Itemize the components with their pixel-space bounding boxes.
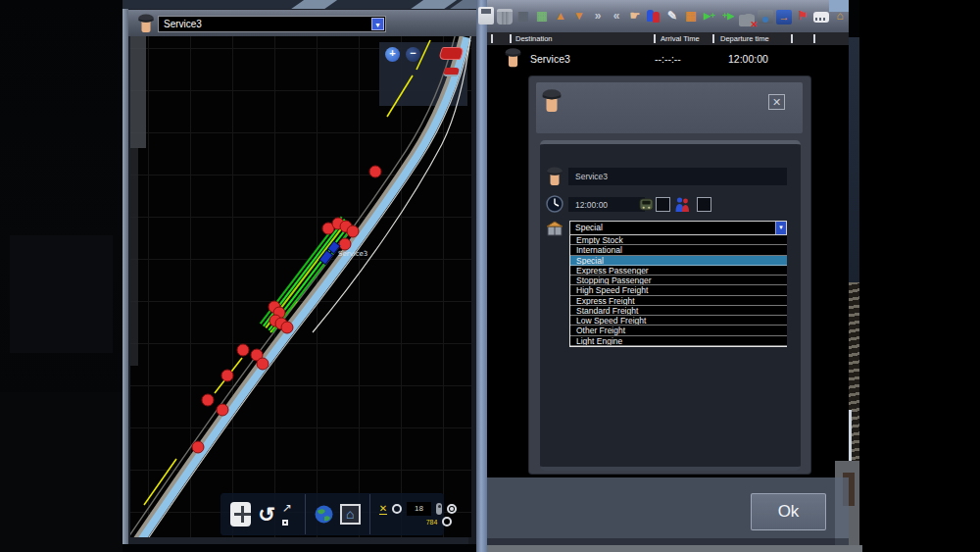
stop-marker[interactable] — [192, 441, 204, 453]
service-name-value: Service3 — [575, 172, 608, 181]
dropdown-arrow-icon[interactable]: ▼ — [775, 222, 786, 234]
stop-marker[interactable] — [369, 166, 381, 177]
stop-marker[interactable] — [347, 226, 359, 237]
row-destination: Service3 — [530, 53, 570, 65]
grid-green-icon[interactable]: ▦ — [534, 7, 550, 25]
column-destination: Destination — [515, 34, 553, 43]
map-toolbar: ↺ ↗ ⌂ ✕ 18 784 — [220, 493, 444, 535]
column-divider — [791, 34, 793, 43]
add-node-icon[interactable]: +▶ — [720, 7, 736, 25]
type-option[interactable]: Express Freight — [570, 296, 787, 306]
type-option[interactable]: Stopping Passenger — [570, 276, 787, 285]
row-departure: 12:00:00 — [728, 53, 768, 65]
track-map[interactable]: Service3 + − ↺ ↗ ⌂ ✕ 18 — [130, 36, 471, 537]
properties-icon[interactable] — [758, 10, 773, 24]
raise-terrain-icon[interactable]: ▲ — [553, 7, 568, 25]
zoom-level-value: 18 — [407, 502, 431, 516]
close-icon[interactable]: ✕ — [768, 94, 785, 110]
zoom-out-icon[interactable]: − — [406, 47, 420, 62]
train-label: Service3 — [338, 250, 368, 258]
map-window-titlebar: Service3 ▼ — [128, 10, 476, 36]
type-option[interactable]: Standard Freight — [570, 306, 787, 316]
service-properties-dialog: ✕ Service3 12:00:00 Special ▼ Empty Stoc… — [529, 76, 810, 474]
type-option[interactable]: Special — [570, 256, 787, 266]
window-left-edge — [122, 9, 128, 544]
track-layer: Service3 — [130, 36, 471, 537]
consist-legend-icon[interactable] — [438, 47, 465, 60]
map-mode-radio[interactable] — [442, 517, 452, 527]
column-divider — [712, 34, 714, 43]
shift-left-icon[interactable]: « — [609, 7, 624, 25]
timetable-header: Destination Arrival Time Departure time — [487, 32, 849, 45]
type-option[interactable]: High Speed Freight — [570, 285, 787, 295]
toolbar-icons: ▦▦▲▼»«☛✎▦▶++▶→⚑⌂ — [478, 7, 848, 26]
depot-icon[interactable]: ⌂ — [832, 7, 848, 25]
world-view-left — [0, 0, 122, 552]
scale-value: 784 — [426, 519, 438, 526]
type-option[interactable]: International — [570, 245, 787, 255]
delete-icon[interactable] — [497, 9, 513, 25]
dropdown-arrow-icon[interactable]: ▼ — [371, 18, 384, 30]
keyboard-icon[interactable] — [813, 12, 829, 23]
map-mode-radio[interactable] — [392, 504, 402, 514]
dialog-panel: Service3 12:00:00 Special ▼ Empty StockI… — [540, 140, 801, 471]
type-option[interactable]: Low Speed Freight — [570, 316, 787, 326]
service-name-field[interactable]: Service3 — [568, 168, 787, 185]
consist-legend-small-icon[interactable] — [443, 68, 461, 76]
consist-box-icon — [546, 220, 564, 237]
type-option[interactable]: Other Freight — [570, 326, 787, 335]
pointer-hand-icon[interactable]: ☛ — [627, 7, 643, 25]
type-option[interactable]: Light Engine — [570, 336, 787, 346]
tiles-icon[interactable]: ▦ — [683, 7, 699, 25]
column-divider — [654, 34, 656, 43]
stop-marker[interactable] — [237, 344, 249, 356]
home-view-button[interactable]: ⌂ — [340, 504, 361, 525]
world-view-button[interactable] — [315, 505, 333, 524]
stop-marker[interactable] — [257, 358, 269, 370]
service-dropdown-value: Service3 — [164, 19, 202, 29]
dark-background — [859, 0, 980, 552]
move-node-button[interactable]: ↗ — [282, 501, 296, 528]
driver-avatar-icon — [504, 47, 522, 69]
driver-avatar-icon — [546, 166, 564, 187]
clock-icon — [546, 195, 564, 213]
flag-icon[interactable]: ⚑ — [795, 7, 810, 25]
passengers-icon[interactable] — [646, 7, 662, 25]
train-icon — [639, 198, 654, 211]
departure-time-field[interactable]: 12:00:00 — [568, 197, 645, 212]
passengers-option-checkbox[interactable] — [697, 197, 711, 212]
add-route-icon[interactable]: ▶+ — [702, 7, 717, 25]
stop-marker[interactable] — [281, 322, 293, 333]
lower-terrain-icon[interactable]: ▼ — [571, 7, 587, 25]
row-arrival: --:--:-- — [655, 53, 681, 65]
save-icon[interactable] — [478, 7, 494, 25]
stop-marker[interactable] — [339, 238, 351, 250]
stop-marker[interactable] — [202, 394, 214, 406]
gauge-icon — [436, 503, 442, 515]
type-option[interactable]: Empty Stock — [570, 235, 787, 245]
map-mode-radio-selected[interactable] — [447, 504, 457, 514]
building-3d — [849, 37, 859, 282]
shift-right-icon[interactable]: » — [590, 7, 606, 25]
stop-marker[interactable] — [217, 404, 228, 416]
pan-tool-button[interactable] — [230, 502, 251, 527]
type-option[interactable]: Express Passenger — [570, 266, 787, 276]
window-divider-strip — [476, 0, 487, 552]
stop-markers — [192, 166, 381, 453]
service-dropdown[interactable]: Service3 ▼ — [158, 16, 386, 32]
rotate-tool-button[interactable]: ↺ — [258, 504, 275, 525]
train-option-checkbox[interactable] — [656, 197, 670, 212]
column-departure: Departure time — [720, 34, 769, 43]
lock-deny-icon[interactable] — [739, 15, 755, 26]
zoom-in-icon[interactable]: + — [385, 47, 400, 62]
signal-mast-icon: ✕ — [379, 504, 387, 515]
portal-icon[interactable]: → — [776, 10, 792, 25]
stop-marker[interactable] — [221, 370, 233, 381]
service-type-dropdown[interactable]: Special ▼ — [569, 221, 787, 235]
grid-dark-icon[interactable]: ▦ — [515, 7, 531, 25]
service-type-value: Special — [575, 223, 603, 232]
edit-icon[interactable]: ✎ — [664, 7, 680, 25]
ok-button[interactable]: Ok — [751, 493, 826, 530]
footer-bottom-bar — [487, 545, 862, 552]
column-divider — [510, 34, 512, 43]
